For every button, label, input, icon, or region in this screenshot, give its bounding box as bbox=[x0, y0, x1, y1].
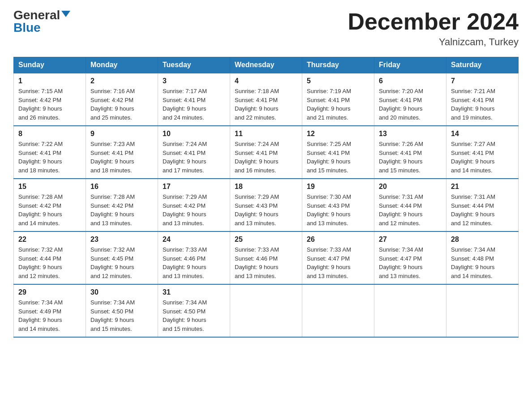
day-info: Sunrise: 7:17 AM Sunset: 4:41 PM Dayligh… bbox=[163, 88, 207, 121]
calendar-cell: 31 Sunrise: 7:34 AM Sunset: 4:50 PM Dayl… bbox=[158, 284, 230, 337]
weekday-header-monday: Monday bbox=[86, 57, 158, 73]
day-info: Sunrise: 7:24 AM Sunset: 4:41 PM Dayligh… bbox=[235, 141, 279, 174]
calendar-cell: 2 Sunrise: 7:16 AM Sunset: 4:42 PM Dayli… bbox=[86, 73, 158, 126]
weekday-header-sunday: Sunday bbox=[14, 57, 86, 73]
day-number: 1 bbox=[18, 77, 81, 85]
day-number: 14 bbox=[451, 130, 514, 138]
calendar-cell: 14 Sunrise: 7:27 AM Sunset: 4:41 PM Dayl… bbox=[446, 126, 519, 179]
calendar-cell: 12 Sunrise: 7:25 AM Sunset: 4:41 PM Dayl… bbox=[302, 126, 374, 179]
logo-blue-text: Blue bbox=[13, 21, 41, 34]
day-info: Sunrise: 7:33 AM Sunset: 4:46 PM Dayligh… bbox=[163, 246, 207, 279]
day-info: Sunrise: 7:25 AM Sunset: 4:41 PM Dayligh… bbox=[307, 141, 351, 174]
calendar-cell bbox=[230, 284, 302, 337]
weekday-header-thursday: Thursday bbox=[302, 57, 374, 73]
calendar-cell: 24 Sunrise: 7:33 AM Sunset: 4:46 PM Dayl… bbox=[158, 231, 230, 284]
weekday-header-saturday: Saturday bbox=[446, 57, 519, 73]
day-info: Sunrise: 7:33 AM Sunset: 4:46 PM Dayligh… bbox=[235, 246, 279, 279]
logo-general-text: General bbox=[13, 9, 60, 21]
calendar-cell: 8 Sunrise: 7:22 AM Sunset: 4:41 PM Dayli… bbox=[14, 126, 86, 179]
calendar-week-1: 1 Sunrise: 7:15 AM Sunset: 4:42 PM Dayli… bbox=[14, 73, 519, 126]
day-info: Sunrise: 7:16 AM Sunset: 4:42 PM Dayligh… bbox=[90, 88, 135, 121]
calendar-cell: 18 Sunrise: 7:29 AM Sunset: 4:43 PM Dayl… bbox=[230, 179, 302, 231]
day-info: Sunrise: 7:34 AM Sunset: 4:50 PM Dayligh… bbox=[90, 299, 135, 332]
day-info: Sunrise: 7:32 AM Sunset: 4:44 PM Dayligh… bbox=[18, 246, 63, 279]
weekday-header-wednesday: Wednesday bbox=[230, 57, 302, 73]
day-number: 11 bbox=[235, 130, 297, 138]
calendar-cell: 7 Sunrise: 7:21 AM Sunset: 4:41 PM Dayli… bbox=[446, 73, 519, 126]
day-info: Sunrise: 7:30 AM Sunset: 4:43 PM Dayligh… bbox=[307, 193, 351, 227]
calendar-cell: 23 Sunrise: 7:32 AM Sunset: 4:45 PM Dayl… bbox=[86, 231, 158, 284]
calendar-cell: 11 Sunrise: 7:24 AM Sunset: 4:41 PM Dayl… bbox=[230, 126, 302, 179]
day-info: Sunrise: 7:22 AM Sunset: 4:41 PM Dayligh… bbox=[18, 141, 63, 174]
day-number: 4 bbox=[235, 77, 297, 85]
calendar-cell: 19 Sunrise: 7:30 AM Sunset: 4:43 PM Dayl… bbox=[302, 179, 374, 231]
day-number: 30 bbox=[90, 288, 153, 296]
day-number: 6 bbox=[379, 77, 442, 85]
day-info: Sunrise: 7:20 AM Sunset: 4:41 PM Dayligh… bbox=[379, 88, 423, 121]
calendar-cell: 13 Sunrise: 7:26 AM Sunset: 4:41 PM Dayl… bbox=[374, 126, 446, 179]
day-number: 27 bbox=[379, 235, 442, 244]
calendar-cell bbox=[302, 284, 374, 337]
calendar-cell: 3 Sunrise: 7:17 AM Sunset: 4:41 PM Dayli… bbox=[158, 73, 230, 126]
calendar-cell: 10 Sunrise: 7:24 AM Sunset: 4:41 PM Dayl… bbox=[158, 126, 230, 179]
day-number: 2 bbox=[90, 77, 153, 85]
day-info: Sunrise: 7:33 AM Sunset: 4:47 PM Dayligh… bbox=[307, 246, 351, 279]
day-number: 10 bbox=[163, 130, 225, 138]
logo: General Blue bbox=[13, 9, 70, 34]
calendar-cell: 25 Sunrise: 7:33 AM Sunset: 4:46 PM Dayl… bbox=[230, 231, 302, 284]
day-info: Sunrise: 7:31 AM Sunset: 4:44 PM Dayligh… bbox=[451, 193, 495, 227]
calendar-cell: 20 Sunrise: 7:31 AM Sunset: 4:44 PM Dayl… bbox=[374, 179, 446, 231]
day-number: 17 bbox=[163, 183, 225, 191]
day-number: 29 bbox=[18, 288, 81, 296]
logo-triangle-icon bbox=[61, 11, 70, 17]
day-number: 25 bbox=[235, 235, 297, 244]
day-number: 7 bbox=[451, 77, 514, 85]
calendar-cell bbox=[446, 284, 519, 337]
calendar-cell: 26 Sunrise: 7:33 AM Sunset: 4:47 PM Dayl… bbox=[302, 231, 374, 284]
day-number: 5 bbox=[307, 77, 369, 85]
calendar-week-5: 29 Sunrise: 7:34 AM Sunset: 4:49 PM Dayl… bbox=[14, 284, 519, 337]
day-info: Sunrise: 7:15 AM Sunset: 4:42 PM Dayligh… bbox=[18, 88, 63, 121]
day-info: Sunrise: 7:24 AM Sunset: 4:41 PM Dayligh… bbox=[163, 141, 207, 174]
day-info: Sunrise: 7:32 AM Sunset: 4:45 PM Dayligh… bbox=[90, 246, 135, 279]
page-header: General Blue December 2024 Yalnizcam, Tu… bbox=[13, 9, 519, 48]
day-info: Sunrise: 7:18 AM Sunset: 4:41 PM Dayligh… bbox=[235, 88, 279, 121]
day-number: 20 bbox=[379, 183, 442, 191]
day-info: Sunrise: 7:31 AM Sunset: 4:44 PM Dayligh… bbox=[379, 193, 423, 227]
calendar-week-3: 15 Sunrise: 7:28 AM Sunset: 4:42 PM Dayl… bbox=[14, 179, 519, 231]
calendar-cell: 27 Sunrise: 7:34 AM Sunset: 4:47 PM Dayl… bbox=[374, 231, 446, 284]
calendar-cell: 4 Sunrise: 7:18 AM Sunset: 4:41 PM Dayli… bbox=[230, 73, 302, 126]
calendar-table: SundayMondayTuesdayWednesdayThursdayFrid… bbox=[13, 57, 519, 338]
calendar-cell: 5 Sunrise: 7:19 AM Sunset: 4:41 PM Dayli… bbox=[302, 73, 374, 126]
day-number: 21 bbox=[451, 183, 514, 191]
calendar-week-4: 22 Sunrise: 7:32 AM Sunset: 4:44 PM Dayl… bbox=[14, 231, 519, 284]
day-info: Sunrise: 7:34 AM Sunset: 4:50 PM Dayligh… bbox=[163, 299, 207, 332]
calendar-cell: 16 Sunrise: 7:28 AM Sunset: 4:42 PM Dayl… bbox=[86, 179, 158, 231]
weekday-header-tuesday: Tuesday bbox=[158, 57, 230, 73]
day-number: 22 bbox=[18, 235, 81, 244]
calendar-cell: 17 Sunrise: 7:29 AM Sunset: 4:42 PM Dayl… bbox=[158, 179, 230, 231]
calendar-cell: 28 Sunrise: 7:34 AM Sunset: 4:48 PM Dayl… bbox=[446, 231, 519, 284]
day-number: 24 bbox=[163, 235, 225, 244]
calendar-week-2: 8 Sunrise: 7:22 AM Sunset: 4:41 PM Dayli… bbox=[14, 126, 519, 179]
day-number: 12 bbox=[307, 130, 369, 138]
location: Yalnizcam, Turkey bbox=[348, 36, 519, 48]
day-info: Sunrise: 7:28 AM Sunset: 4:42 PM Dayligh… bbox=[18, 193, 63, 227]
day-info: Sunrise: 7:21 AM Sunset: 4:41 PM Dayligh… bbox=[451, 88, 495, 121]
day-number: 9 bbox=[90, 130, 153, 138]
calendar-cell bbox=[374, 284, 446, 337]
calendar-cell: 21 Sunrise: 7:31 AM Sunset: 4:44 PM Dayl… bbox=[446, 179, 519, 231]
day-info: Sunrise: 7:26 AM Sunset: 4:41 PM Dayligh… bbox=[379, 141, 423, 174]
day-number: 23 bbox=[90, 235, 153, 244]
day-number: 3 bbox=[163, 77, 225, 85]
calendar-cell: 1 Sunrise: 7:15 AM Sunset: 4:42 PM Dayli… bbox=[14, 73, 86, 126]
day-number: 18 bbox=[235, 183, 297, 191]
day-info: Sunrise: 7:19 AM Sunset: 4:41 PM Dayligh… bbox=[307, 88, 351, 121]
day-info: Sunrise: 7:28 AM Sunset: 4:42 PM Dayligh… bbox=[90, 193, 135, 227]
title-block: December 2024 Yalnizcam, Turkey bbox=[348, 9, 519, 48]
day-number: 26 bbox=[307, 235, 369, 244]
day-info: Sunrise: 7:34 AM Sunset: 4:47 PM Dayligh… bbox=[379, 246, 423, 279]
day-info: Sunrise: 7:29 AM Sunset: 4:42 PM Dayligh… bbox=[163, 193, 207, 227]
day-number: 16 bbox=[90, 183, 153, 191]
weekday-header-friday: Friday bbox=[374, 57, 446, 73]
